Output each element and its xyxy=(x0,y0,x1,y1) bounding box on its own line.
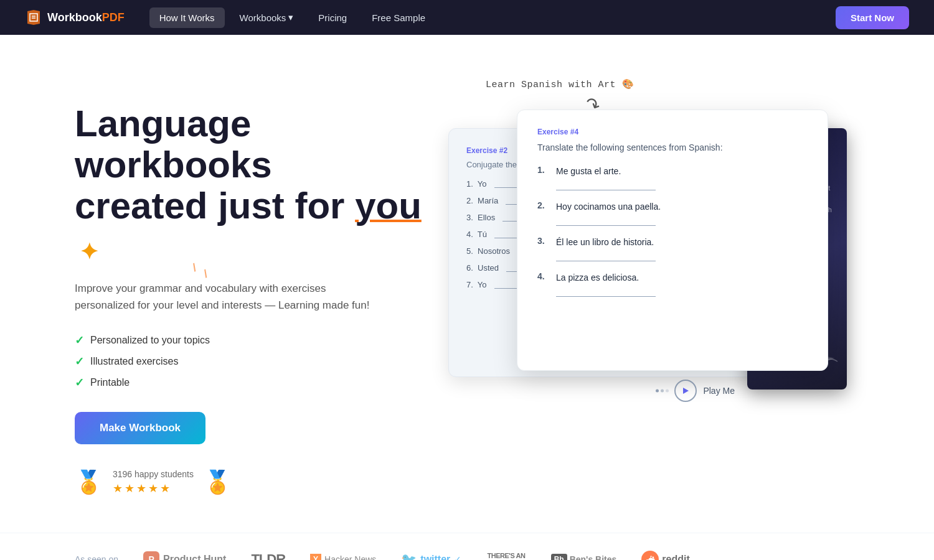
social-proof: 🏅 3196 happy students ★ ★ ★ ★ ★ 🏅 xyxy=(75,469,436,495)
brand-bens-bites[interactable]: Bb Ben's Bites xyxy=(551,554,617,560)
hero-title-line1: Language workbooks xyxy=(75,103,272,185)
ai-for-that-text: THERE'S ANAI FOR THAT xyxy=(486,552,526,560)
laurel-right-icon: 🏅 xyxy=(204,469,232,495)
hero-section: Language workbooks created just for you … xyxy=(0,35,934,533)
brand-ai-for-that[interactable]: THERE'S ANAI FOR THAT xyxy=(486,552,526,560)
tldr-icon: TLDR xyxy=(251,551,285,560)
hero-title-line2: created just for you ✦ xyxy=(75,185,436,268)
hero-title-line2-text: created just for xyxy=(75,185,355,226)
brand-logos: P Product Hunt TLDR Y Hacker News 🐦 twit… xyxy=(143,551,690,560)
bens-bites-text: Ben's Bites xyxy=(570,554,617,560)
star-1: ★ xyxy=(113,482,123,495)
brand-tldr[interactable]: TLDR xyxy=(251,551,285,560)
workbook-card-front: Exercise #4 Translate the following sent… xyxy=(517,110,828,371)
navbar: WorkbookPDF How It Works Workbooks ▾ Pri… xyxy=(0,0,934,35)
hero-right: Learn Spanish with Art 🎨 ↷ Exercise #2 C… xyxy=(436,78,859,414)
hacker-news-icon: Y xyxy=(310,554,321,560)
brand-reddit[interactable]: reddit xyxy=(641,551,689,560)
reddit-text: reddit xyxy=(662,554,689,560)
annotation-label: Learn Spanish with Art 🎨 xyxy=(486,78,634,90)
front-exercise-label: Exercise #4 xyxy=(537,128,808,136)
star-rating: ★ ★ ★ ★ ★ xyxy=(113,482,194,495)
hero-title: Language workbooks created just for you … xyxy=(75,103,436,268)
hacker-news-text: Hacker News xyxy=(324,554,376,560)
nav-workbooks[interactable]: Workbooks ▾ xyxy=(230,7,304,28)
hero-left: Language workbooks created just for you … xyxy=(75,85,436,495)
brand-twitter[interactable]: 🐦 twitter ✓ xyxy=(401,552,461,560)
play-me-label: Play Me xyxy=(703,386,735,396)
product-hunt-text: Product Hunt xyxy=(163,554,226,560)
main-content: Language workbooks created just for you … xyxy=(0,0,934,560)
play-me[interactable]: Play Me xyxy=(674,380,735,402)
exercise-item-2: 2. Hoy cocinamos una paella. xyxy=(537,200,808,226)
check-icon-3: ✓ xyxy=(75,376,84,390)
hero-features: ✓ Personalized to your topics ✓ Illustra… xyxy=(75,334,436,390)
svg-marker-0 xyxy=(683,388,689,394)
logo-icon xyxy=(25,9,42,26)
star-4: ★ xyxy=(148,482,158,495)
nav-pricing[interactable]: Pricing xyxy=(308,7,357,28)
exercise-item-4: 4. La pizza es deliciosa. xyxy=(537,271,808,297)
laurel-left-icon: 🏅 xyxy=(75,469,103,495)
check-icon-2: ✓ xyxy=(75,355,84,368)
play-icon xyxy=(674,380,697,402)
start-now-button[interactable]: Start Now xyxy=(836,6,909,29)
proof-content: 3196 happy students ★ ★ ★ ★ ★ xyxy=(113,469,194,495)
as-seen-on-bar: As seen on P Product Hunt TLDR Y Hacker … xyxy=(0,533,934,560)
front-instruction: Translate the following sentences from S… xyxy=(537,142,808,152)
make-workbook-button[interactable]: Make Workbook xyxy=(75,412,205,444)
twitter-icon: 🐦 xyxy=(401,552,417,560)
star-2: ★ xyxy=(125,482,134,495)
brand-hacker-news[interactable]: Y Hacker News xyxy=(310,554,376,560)
twitter-text: twitter xyxy=(420,554,450,560)
nav-free-sample[interactable]: Free Sample xyxy=(362,7,435,28)
star-3: ★ xyxy=(136,482,146,495)
exercise-item-1: 1. Me gusta el arte. xyxy=(537,165,808,190)
student-count: 3196 happy students xyxy=(113,469,194,479)
logo-text: WorkbookPDF xyxy=(47,11,125,24)
star-5: ★ xyxy=(160,482,170,495)
bens-bites-icon: Bb xyxy=(551,554,567,560)
feature-label-2: Illustrated exercises xyxy=(90,356,178,367)
sparkle-icon: ✦ xyxy=(80,239,98,264)
feature-item: ✓ Illustrated exercises xyxy=(75,355,436,368)
check-icon-1: ✓ xyxy=(75,334,84,347)
nav-how-it-works[interactable]: How It Works xyxy=(149,7,225,28)
logo[interactable]: WorkbookPDF xyxy=(25,9,125,26)
feature-label-1: Personalized to your topics xyxy=(90,335,210,346)
reddit-icon xyxy=(641,551,659,560)
nav-links: How It Works Workbooks ▾ Pricing Free Sa… xyxy=(149,7,836,28)
hero-subtitle: Improve your grammar and vocabulary with… xyxy=(75,280,374,314)
product-hunt-icon: P xyxy=(143,551,159,560)
feature-item: ✓ Personalized to your topics xyxy=(75,334,436,347)
play-me-dots xyxy=(656,390,669,393)
as-seen-label: As seen on xyxy=(75,554,118,560)
feature-label-3: Printable xyxy=(90,377,130,388)
brand-product-hunt[interactable]: P Product Hunt xyxy=(143,551,226,560)
feature-item: ✓ Printable xyxy=(75,376,436,390)
exercise-item-3: 3. Él lee un libro de historia. xyxy=(537,236,808,261)
deco-slash2: / xyxy=(202,268,210,281)
twitter-check-icon: ✓ xyxy=(454,554,461,560)
chevron-down-icon: ▾ xyxy=(288,12,293,23)
